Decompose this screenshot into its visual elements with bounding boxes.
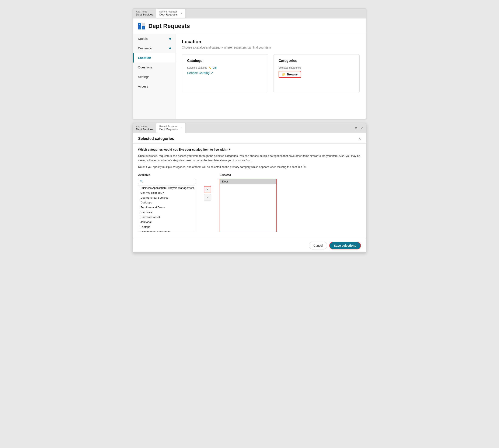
available-list-item[interactable]: Departmental Services (138, 195, 195, 200)
catalogs-meta: Selected catalogs ✏️ Edit (187, 66, 263, 69)
available-list-item[interactable]: Can We Help You? (138, 190, 195, 195)
modal-tab-controls: ∨ ⤢ (354, 125, 364, 131)
available-list-item[interactable]: Hardware Asset (138, 215, 195, 220)
modal-description-2: Note: If you specify multiple categories… (138, 165, 361, 169)
available-list-item[interactable]: Laptops (138, 224, 195, 229)
transfer-left-button[interactable]: < (204, 194, 211, 200)
catalogs-card: Catalogs Selected catalogs ✏️ Edit Servi… (182, 54, 268, 92)
modal-tab-bar: App Home Dept Services Record Producer D… (133, 123, 366, 133)
sidebar-item-questions[interactable]: Questions (133, 63, 175, 72)
catalogs-title: Catalogs (187, 59, 263, 63)
modal-tab-close-icon[interactable]: × (181, 126, 182, 129)
location-subtitle: Choose a catalog and category where requ… (182, 46, 360, 49)
collapse-icon[interactable]: ∨ (354, 125, 358, 131)
available-list-item[interactable]: Hardware (138, 210, 195, 215)
sidebar-item-details[interactable]: Details (133, 34, 175, 43)
sidebar-item-settings[interactable]: Settings (133, 72, 175, 81)
modal-window: App Home Dept Services Record Producer D… (133, 123, 366, 253)
edit-link[interactable]: Edit (213, 66, 217, 69)
top-window: App Home Dept Services Record Producer D… (133, 8, 366, 119)
cards-row: Catalogs Selected catalogs ✏️ Edit Servi… (182, 54, 360, 92)
top-tab-bar: App Home Dept Services Record Producer D… (133, 9, 366, 18)
modal-header: Selected categories × (133, 133, 366, 144)
available-column: Available 🔍 Business Application Lifecyc… (138, 173, 195, 232)
categories-card: Categories Selected categories 📁 Browse (273, 54, 360, 92)
location-title: Location (182, 39, 360, 45)
tab-app-home[interactable]: App Home Dept Services (133, 9, 156, 18)
cancel-button[interactable]: Cancel (309, 242, 327, 249)
page-icon (137, 22, 146, 30)
outer-wrapper: App Home Dept Services Record Producer D… (133, 8, 366, 253)
sidebar-item-access[interactable]: Access (133, 81, 175, 91)
search-icon: 🔍 (140, 180, 143, 183)
save-selections-button[interactable]: Save selections (329, 242, 361, 249)
page-title: Dept Requests (148, 23, 190, 30)
modal-footer: Cancel Save selections (133, 239, 366, 252)
categories-title: Categories (278, 59, 354, 63)
tab-record-producer[interactable]: Record Producer Dept Requests × (156, 9, 185, 18)
available-list-item[interactable]: Furniture and Decor (138, 205, 195, 210)
available-list-item[interactable]: Business Application Lifecycle Managemen… (138, 185, 195, 190)
sidebar: Details Destinatio Location Questions Se… (133, 34, 175, 119)
expand-icon[interactable]: ⤢ (360, 125, 364, 131)
catalog-link[interactable]: Service Catalog ↗ (187, 71, 263, 75)
folder-icon: 📁 (282, 73, 286, 76)
external-link-icon: ↗ (211, 71, 213, 74)
transfer-buttons: > < (204, 186, 211, 200)
search-box[interactable]: 🔍 (138, 179, 195, 184)
browse-button[interactable]: 📁 Browse (278, 71, 301, 78)
pencil-icon: ✏️ (208, 66, 211, 69)
modal-body: Which categories would you like your cat… (133, 144, 366, 237)
available-list-item[interactable]: Desktops (138, 200, 195, 205)
modal-question: Which categories would you like your cat… (138, 148, 361, 151)
selected-label: Selected (220, 173, 277, 176)
available-label: Available (138, 173, 195, 176)
tab-close-icon[interactable]: × (181, 12, 182, 15)
modal-title: Selected categories (138, 136, 174, 141)
selected-column: Selected Dept (220, 173, 277, 232)
available-list-item[interactable]: Janitorial (138, 220, 195, 224)
content-area: Details Destinatio Location Questions Se… (133, 34, 366, 119)
destination-dot (169, 48, 171, 49)
selected-list-item[interactable]: Dept (220, 179, 276, 184)
categories-meta: Selected categories (278, 66, 354, 69)
sidebar-item-location[interactable]: Location (133, 53, 175, 63)
modal-description-1: Once published, requesters can access yo… (138, 154, 361, 163)
selected-list[interactable]: Dept (220, 179, 277, 232)
main-content: Location Choose a catalog and category w… (175, 34, 366, 119)
modal-tab-app-home[interactable]: App Home Dept Services (133, 124, 156, 133)
page-header: Dept Requests (133, 18, 366, 34)
transfer-right-button[interactable]: > (204, 186, 211, 192)
search-input[interactable] (144, 180, 193, 183)
available-list[interactable]: Business Application Lifecycle Managemen… (138, 185, 195, 232)
modal-close-button[interactable]: × (358, 137, 361, 141)
sidebar-item-destination[interactable]: Destinatio (133, 43, 175, 53)
details-dot (169, 38, 171, 40)
picker-row: Available 🔍 Business Application Lifecyc… (138, 173, 361, 232)
modal-tab-record-producer[interactable]: Record Producer Dept Requests × (156, 123, 185, 133)
available-list-item[interactable]: Maintenance and Repair (138, 229, 195, 232)
